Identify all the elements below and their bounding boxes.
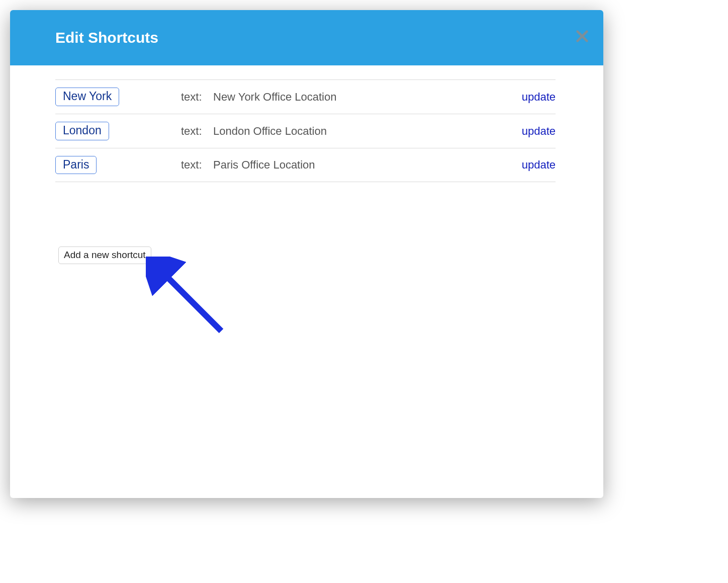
update-link[interactable]: update — [522, 158, 556, 171]
add-shortcut-button[interactable]: Add a new shortcut — [58, 246, 151, 264]
text-label: text: — [181, 91, 210, 104]
close-button[interactable] — [575, 29, 589, 43]
table-row: Paris text: Paris Office Location update — [55, 148, 556, 182]
modal-title: Edit Shortcuts — [55, 29, 158, 46]
text-value: Paris Office Location — [210, 158, 510, 172]
update-link[interactable]: update — [522, 125, 556, 137]
svg-line-1 — [161, 271, 221, 331]
update-cell: update — [510, 158, 556, 172]
update-cell: update — [510, 91, 556, 104]
modal-body: New York text: New York Office Location … — [10, 79, 603, 264]
update-cell: update — [510, 125, 556, 138]
shortcut-table: New York text: New York Office Location … — [55, 79, 556, 182]
close-icon — [575, 29, 589, 43]
text-value: London Office Location — [210, 125, 510, 138]
shortcut-tag[interactable]: London — [55, 122, 109, 140]
text-label: text: — [181, 125, 210, 138]
table-row: London text: London Office Location upda… — [55, 114, 556, 148]
arrow-annotation-icon — [146, 257, 236, 342]
text-value: New York Office Location — [210, 91, 510, 104]
shortcut-tag-cell: Paris — [55, 156, 181, 174]
table-row: New York text: New York Office Location … — [55, 79, 556, 114]
update-link[interactable]: update — [522, 91, 556, 103]
shortcut-tag-cell: New York — [55, 88, 181, 106]
modal-header: Edit Shortcuts — [10, 10, 603, 65]
shortcut-tag[interactable]: New York — [55, 88, 119, 106]
text-label: text: — [181, 158, 210, 172]
shortcut-tag[interactable]: Paris — [55, 156, 97, 174]
shortcut-tag-cell: London — [55, 122, 181, 140]
edit-shortcuts-modal: Edit Shortcuts New York text: New York O… — [10, 10, 603, 498]
